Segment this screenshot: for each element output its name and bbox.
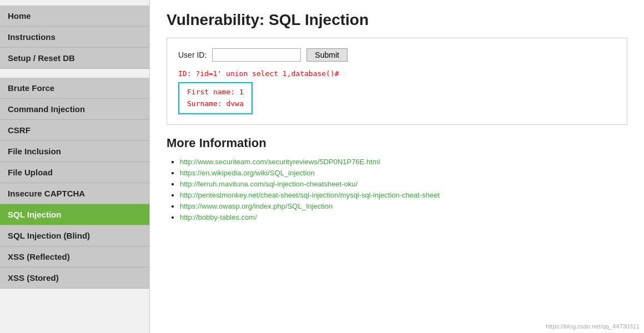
page-title: Vulnerability: SQL Injection: [167, 11, 627, 29]
more-info-link[interactable]: http://pentestmonkey.net/cheat-sheet/sql…: [180, 191, 440, 199]
user-id-input[interactable]: [212, 48, 301, 62]
list-item: https://www.owasp.org/index.php/SQL_Inje…: [180, 201, 627, 210]
more-info-link[interactable]: https://en.wikipedia.org/wiki/SQL_inject…: [180, 169, 315, 177]
user-id-label: User ID:: [178, 51, 207, 59]
sidebar-item-xss-stored[interactable]: XSS (Stored): [0, 268, 149, 289]
more-info-link[interactable]: https://www.owasp.org/index.php/SQL_Inje…: [180, 202, 333, 210]
sidebar-item-insecure-captcha[interactable]: Insecure CAPTCHA: [0, 183, 149, 204]
more-info-link[interactable]: http://www.securiteam.com/securityreview…: [180, 158, 380, 166]
sidebar-spacer: [0, 69, 149, 78]
sidebar-item-home[interactable]: Home: [0, 6, 149, 27]
sidebar-item-command-injection[interactable]: Command Injection: [0, 99, 149, 120]
sidebar-item-brute-force[interactable]: Brute Force: [0, 78, 149, 99]
links-list: http://www.securiteam.com/securityreview…: [167, 157, 627, 221]
more-info-title: More Information: [167, 136, 627, 150]
sidebar: Home Instructions Setup / Reset DB Brute…: [0, 0, 150, 333]
user-id-row: User ID: Submit: [178, 48, 616, 62]
list-item: http://ferruh.mavituna.com/sql-injection…: [180, 179, 627, 188]
result-surname: Surname: dvwa: [187, 98, 244, 110]
list-item: http://pentestmonkey.net/cheat-sheet/sql…: [180, 190, 627, 199]
result-box: First name: 1 Surname: dvwa: [178, 82, 253, 114]
sidebar-item-instructions[interactable]: Instructions: [0, 27, 149, 48]
result-first-name: First name: 1: [187, 87, 244, 98]
submit-button[interactable]: Submit: [306, 48, 348, 62]
sidebar-item-xss-reflected[interactable]: XSS (Reflected): [0, 246, 149, 268]
query-text: ID: ?id=1' union select 1,database()#: [178, 69, 616, 78]
sidebar-item-csrf[interactable]: CSRF: [0, 120, 149, 141]
sidebar-item-file-upload[interactable]: File Upload: [0, 162, 149, 183]
form-section: User ID: Submit ID: ?id=1' union select …: [167, 38, 627, 125]
list-item: https://en.wikipedia.org/wiki/SQL_inject…: [180, 168, 627, 177]
more-info-link[interactable]: http://ferruh.mavituna.com/sql-injection…: [180, 180, 358, 188]
sidebar-item-setup-reset-db[interactable]: Setup / Reset DB: [0, 48, 149, 69]
sidebar-item-sql-injection[interactable]: SQL Injection: [0, 204, 149, 225]
list-item: http://bobby-tables.com/: [180, 213, 627, 221]
more-info-link[interactable]: http://bobby-tables.com/: [180, 213, 257, 221]
sidebar-item-sql-injection-blind[interactable]: SQL Injection (Blind): [0, 225, 149, 246]
watermark: https://blog.csdn.net/qq_44730311: [546, 323, 640, 330]
sidebar-item-file-inclusion[interactable]: File Inclusion: [0, 141, 149, 162]
list-item: http://www.securiteam.com/securityreview…: [180, 157, 627, 166]
main-content: Vulnerability: SQL Injection User ID: Su…: [150, 0, 644, 333]
